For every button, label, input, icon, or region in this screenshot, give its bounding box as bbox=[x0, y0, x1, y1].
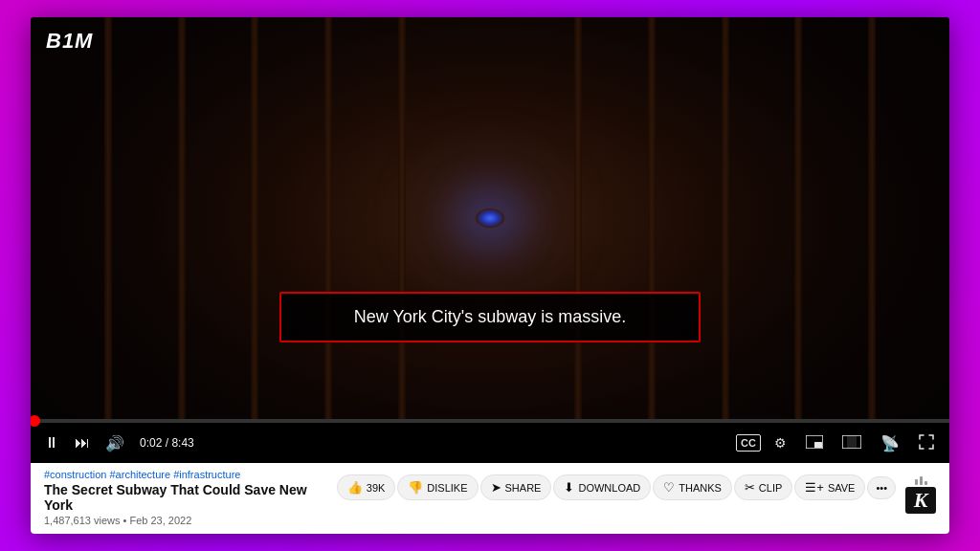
tunnel-pipe bbox=[794, 17, 802, 419]
next-button[interactable]: ⏭ bbox=[71, 430, 94, 455]
download-icon: ⬇ bbox=[564, 480, 574, 495]
clip-label: CLIP bbox=[759, 482, 782, 494]
progress-bar[interactable] bbox=[31, 419, 949, 423]
fullscreen-button[interactable] bbox=[913, 430, 940, 456]
dislike-button[interactable]: 👎 DISLIKE bbox=[397, 474, 478, 500]
video-player: B1M New York City's subway is massive. ⏸… bbox=[31, 17, 949, 534]
tunnel-pipe bbox=[324, 17, 332, 419]
svg-rect-3 bbox=[847, 435, 857, 449]
thanks-label: THANKS bbox=[679, 482, 722, 494]
tunnel-pipe bbox=[251, 17, 258, 419]
tunnel-visual bbox=[31, 17, 949, 419]
view-count: 1,487,613 views bbox=[44, 515, 121, 526]
settings-button[interactable]: ⚙ bbox=[768, 431, 792, 454]
save-icon: ☰+ bbox=[805, 480, 824, 495]
kudos-logo-area: K bbox=[896, 469, 936, 514]
video-viewport[interactable]: B1M New York City's subway is massive. bbox=[31, 17, 949, 419]
tunnel-pipe bbox=[398, 17, 406, 419]
cc-button[interactable]: CC bbox=[736, 434, 761, 452]
subtitle-text: New York City's subway is massive. bbox=[354, 307, 627, 326]
kudos-k-logo: K bbox=[905, 487, 936, 514]
tunnel-pipe bbox=[574, 17, 582, 419]
play-pause-button[interactable]: ⏸ bbox=[40, 430, 63, 455]
info-bar: #construction #architecture #infrastruct… bbox=[31, 463, 949, 534]
download-label: DOWNLOAD bbox=[578, 482, 640, 494]
hashtags[interactable]: #construction #architecture #infrastruct… bbox=[44, 469, 337, 480]
cast-button[interactable]: 📡 bbox=[875, 430, 905, 456]
share-icon: ➤ bbox=[491, 480, 501, 495]
save-button[interactable]: ☰+ SAVE bbox=[794, 474, 865, 500]
progress-fill bbox=[31, 419, 34, 423]
clip-button[interactable]: ✂ CLIP bbox=[734, 474, 792, 500]
more-icon: ••• bbox=[876, 482, 887, 494]
publish-date: Feb 23, 2022 bbox=[129, 515, 191, 526]
dislike-label: DISLIKE bbox=[427, 482, 467, 494]
tunnel-pipe bbox=[104, 17, 112, 419]
video-title[interactable]: The Secret Subway That Could Save New Yo… bbox=[44, 482, 337, 513]
thanks-icon: ♡ bbox=[663, 480, 675, 495]
theater-button[interactable] bbox=[836, 431, 867, 455]
share-label: SHARE bbox=[505, 482, 542, 494]
share-button[interactable]: ➤ SHARE bbox=[480, 474, 552, 500]
like-button[interactable]: 👍 39K bbox=[337, 474, 396, 500]
tunnel-pipe bbox=[868, 17, 876, 419]
time-display: 0:02 / 8:43 bbox=[136, 436, 198, 450]
clip-icon: ✂ bbox=[745, 480, 755, 495]
like-icon: 👍 bbox=[347, 480, 363, 495]
controls-bar: ⏸ ⏭ 🔊 0:02 / 8:43 CC ⚙ 📡 bbox=[31, 423, 949, 463]
tunnel-pipe bbox=[648, 17, 656, 419]
download-button[interactable]: ⬇ DOWNLOAD bbox=[553, 474, 651, 500]
tunnel-pipe bbox=[722, 17, 729, 419]
video-meta: 1,487,613 views • Feb 23, 2022 bbox=[44, 515, 337, 526]
svg-rect-1 bbox=[814, 442, 822, 448]
current-time: 0:02 bbox=[140, 436, 162, 450]
volume-button[interactable]: 🔊 bbox=[101, 430, 128, 456]
dislike-icon: 👎 bbox=[408, 480, 423, 495]
save-label: SAVE bbox=[828, 482, 856, 494]
subtitle-box: New York City's subway is massive. bbox=[279, 292, 701, 342]
total-time: 8:43 bbox=[171, 436, 193, 450]
action-buttons: 👍 39K 👎 DISLIKE ➤ SHARE ⬇ DOWNLOAD ♡ THA… bbox=[337, 474, 896, 500]
more-button[interactable]: ••• bbox=[867, 476, 896, 499]
tunnel-pipe bbox=[178, 17, 186, 419]
thanks-button[interactable]: ♡ THANKS bbox=[653, 474, 732, 500]
like-count: 39K bbox=[367, 482, 386, 494]
miniplayer-button[interactable] bbox=[800, 431, 829, 455]
channel-logo: B1M bbox=[46, 29, 93, 54]
video-info: #construction #architecture #infrastruct… bbox=[44, 469, 337, 526]
